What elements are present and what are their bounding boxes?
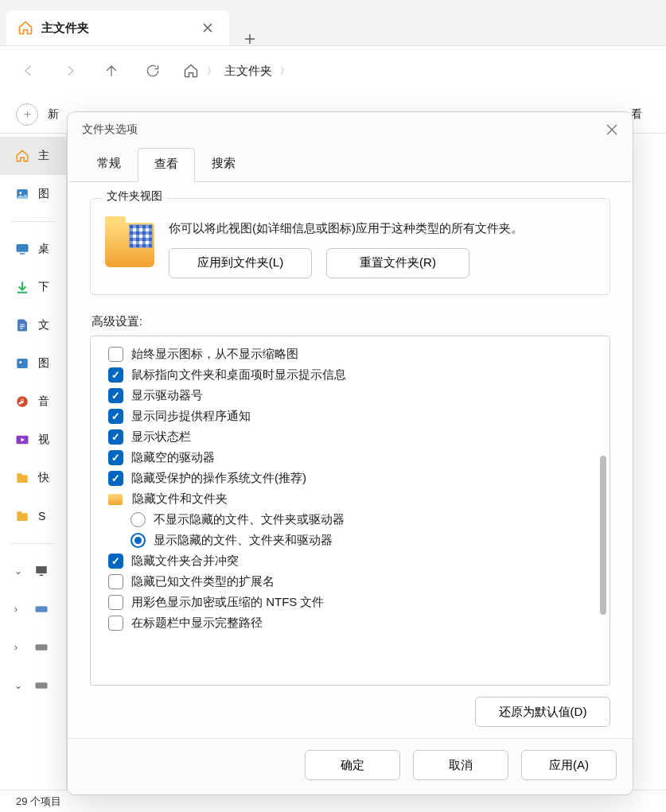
option-row[interactable]: 不显示隐藏的文件、文件夹或驱动器	[108, 510, 602, 530]
option-row[interactable]: 鼠标指向文件夹和桌面项时显示提示信息	[108, 365, 602, 386]
group-text: 你可以将此视图(如详细信息或图标)应用于这种类型的所有文件夹。	[169, 218, 595, 239]
sidebar-item-music[interactable]: 音	[0, 383, 66, 421]
option-row[interactable]: 显示隐藏的文件、文件夹和驱动器	[108, 530, 602, 551]
option-label: 隐藏空的驱动器	[131, 450, 215, 465]
sidebar-item-videos[interactable]: 视	[0, 421, 66, 459]
sidebar-item-downloads[interactable]: 下	[0, 268, 66, 306]
apply-to-folders-button[interactable]: 应用到文件夹(L)	[169, 248, 312, 278]
chevron-down-icon: ⌄	[14, 565, 25, 577]
breadcrumb[interactable]: 〉 主文件夹 〉	[177, 63, 290, 79]
option-label: 隐藏已知文件类型的扩展名	[131, 574, 275, 589]
dialog-tabs: 常规 查看 搜索	[68, 147, 633, 181]
checkbox[interactable]	[108, 471, 123, 486]
checkbox[interactable]	[108, 595, 123, 610]
dialog-close-button[interactable]	[601, 118, 623, 141]
tab-general[interactable]: 常规	[80, 147, 138, 181]
checkbox[interactable]	[108, 450, 123, 465]
reset-defaults-button[interactable]: 还原为默认值(D)	[475, 697, 610, 727]
tab-title: 主文件夹	[41, 21, 189, 36]
checkbox[interactable]	[108, 554, 123, 569]
sidebar-item-pictures[interactable]: 图	[0, 344, 66, 383]
sidebar-item-drive2[interactable]: ›	[0, 628, 66, 666]
pc-icon	[33, 563, 49, 579]
drive-icon	[33, 601, 49, 617]
option-row[interactable]: 隐藏文件和文件夹	[108, 489, 602, 510]
option-label: 显示状态栏	[131, 429, 191, 445]
cancel-button[interactable]: 取消	[413, 750, 508, 780]
option-row[interactable]: 显示驱动器号	[108, 386, 602, 406]
checkbox[interactable]	[108, 367, 123, 383]
checkbox[interactable]	[108, 616, 123, 631]
sidebar-item-drive1[interactable]: ›	[0, 590, 66, 628]
sidebar: 主 图 桌 下 文 图 音 视 快 S ⌄ › › ⌄	[0, 134, 67, 790]
svg-rect-3	[20, 253, 25, 254]
svg-rect-4	[17, 359, 28, 368]
home-icon	[14, 148, 30, 164]
svg-rect-12	[36, 682, 48, 689]
sidebar-item-folder2[interactable]: S	[0, 497, 66, 535]
option-row[interactable]: 显示同步提供程序通知	[108, 406, 602, 427]
up-button[interactable]	[94, 53, 129, 88]
option-row[interactable]: 隐藏已知文件类型的扩展名	[108, 572, 602, 592]
checkbox[interactable]	[108, 574, 123, 589]
sidebar-item-documents[interactable]: 文	[0, 306, 66, 344]
option-label: 隐藏文件和文件夹	[132, 491, 228, 507]
back-button[interactable]	[11, 53, 46, 88]
option-row[interactable]: 用彩色显示加密或压缩的 NTFS 文件	[108, 592, 602, 613]
option-row[interactable]: 隐藏空的驱动器	[108, 448, 602, 468]
chevron-down-icon: ⌄	[14, 680, 25, 691]
tab-home[interactable]: 主文件夹	[6, 10, 229, 45]
forward-button[interactable]	[53, 53, 88, 88]
sidebar-item-folder1[interactable]: 快	[0, 459, 66, 497]
reset-folders-button[interactable]: 重置文件夹(R)	[326, 248, 469, 278]
home-icon	[183, 63, 199, 79]
folder-icon	[14, 470, 30, 486]
new-tab-button[interactable]	[229, 33, 271, 45]
svg-rect-10	[36, 606, 48, 612]
svg-rect-11	[36, 644, 48, 651]
desktop-icon	[14, 241, 30, 257]
advanced-settings-list[interactable]: 始终显示图标，从不显示缩略图鼠标指向文件夹和桌面项时显示提示信息显示驱动器号显示…	[90, 336, 610, 686]
sidebar-item-drive3[interactable]: ⌄	[0, 666, 66, 705]
new-item-button[interactable]: ＋	[16, 103, 38, 126]
new-item-label: 新	[48, 107, 59, 122]
tab-close-button[interactable]	[197, 17, 218, 38]
refresh-button[interactable]	[135, 53, 170, 88]
option-row[interactable]: 隐藏受保护的操作系统文件(推荐)	[108, 468, 602, 489]
option-label: 鼠标指向文件夹和桌面项时显示提示信息	[131, 367, 346, 383]
checkbox[interactable]	[108, 347, 123, 362]
sidebar-item-desktop[interactable]: 桌	[0, 230, 66, 268]
option-label: 隐藏受保护的操作系统文件(推荐)	[131, 471, 306, 486]
radio[interactable]	[130, 512, 146, 527]
apply-button[interactable]: 应用(A)	[521, 750, 617, 780]
checkbox[interactable]	[108, 409, 123, 424]
home-icon	[18, 20, 33, 36]
checkbox[interactable]	[108, 388, 123, 403]
sidebar-item-gallery[interactable]: 图	[0, 175, 66, 213]
image-icon	[14, 186, 30, 202]
chevron-right-icon: 〉	[207, 64, 216, 78]
sidebar-item-home[interactable]: 主	[0, 137, 66, 175]
svg-rect-8	[36, 566, 47, 573]
breadcrumb-item[interactable]: 主文件夹	[224, 64, 272, 79]
option-row[interactable]: 始终显示图标，从不显示缩略图	[108, 344, 602, 365]
sidebar-item-thispc[interactable]: ⌄	[0, 552, 66, 590]
option-label: 始终显示图标，从不显示缩略图	[131, 347, 298, 362]
ok-button[interactable]: 确定	[305, 750, 400, 780]
folder-icon	[14, 508, 30, 524]
checkbox[interactable]	[108, 429, 123, 445]
option-label: 显示同步提供程序通知	[131, 409, 251, 424]
folder-view-group: 文件夹视图 你可以将此视图(如详细信息或图标)应用于这种类型的所有文件夹。 应用…	[90, 198, 610, 295]
tab-view[interactable]: 查看	[138, 148, 195, 182]
option-row[interactable]: 在标题栏中显示完整路径	[108, 613, 602, 634]
chevron-right-icon: ›	[14, 642, 25, 653]
svg-rect-9	[40, 575, 44, 577]
download-icon	[14, 279, 30, 295]
status-text: 29 个项目	[16, 795, 61, 809]
folder-view-icon	[105, 223, 154, 267]
scrollbar-thumb[interactable]	[600, 456, 606, 615]
option-row[interactable]: 隐藏文件夹合并冲突	[108, 551, 602, 572]
option-row[interactable]: 显示状态栏	[108, 427, 602, 448]
tab-search[interactable]: 搜索	[195, 147, 252, 181]
radio[interactable]	[130, 533, 146, 548]
